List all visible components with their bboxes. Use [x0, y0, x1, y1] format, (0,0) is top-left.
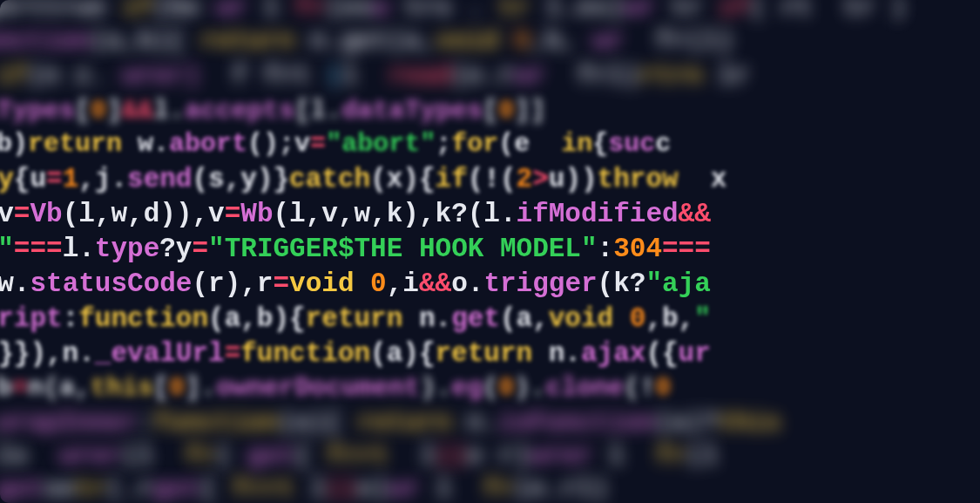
code-token: (l: [686, 441, 718, 471]
code-token: [355, 268, 371, 299]
code-token: :: [63, 303, 79, 334]
code-token: fr: [483, 474, 514, 503]
code-token: clone: [545, 373, 624, 403]
code-token: void: [549, 303, 613, 334]
code-token: {u: [14, 164, 46, 194]
code-token: 0: [370, 268, 387, 299]
code-lines-container: .ghrttrwe if(be wr l fr(esw trs . tr l.e…: [0, 0, 980, 503]
code-token: _evalUrl: [95, 338, 225, 369]
code-token: ).: [420, 373, 451, 403]
code-token: (e: [498, 129, 561, 159]
code-token: ===: [14, 234, 63, 264]
code-token: e): [357, 474, 389, 503]
code-token: [: [153, 373, 169, 403]
code-line-2: r if(n z. wrer) f frt |l read(e.rwr frl)…: [0, 63, 980, 89]
code-token: wr: [592, 26, 624, 56]
code-token: l.es): [530, 0, 624, 23]
code-line-3: taTypes[0]&&l.accepts[l.dataTypes[0]]: [0, 98, 980, 124]
code-token: rtrn: [639, 61, 702, 91]
code-token: (e.r: [451, 61, 514, 91]
code-photo: .ghrttrwe if(be wr l fr(esw trs . tr l.e…: [0, 0, 980, 503]
code-token: if: [436, 164, 468, 194]
code-token: wr: [624, 0, 655, 23]
code-line-6: &(v=Vb(l,w,d)),v=Wb(l,v,w,k),k?(l.ifModi…: [0, 201, 980, 228]
code-token: :: [138, 408, 153, 438]
code-token: AD": [0, 234, 14, 264]
code-token: (l,v,w,k),k?(l.: [274, 199, 517, 229]
code-token: {: [200, 474, 232, 503]
code-token: ,j.: [78, 164, 127, 194]
code-line-12: },wrapInner:function(a){ return n.isFunc…: [0, 410, 980, 436]
code-token: this: [718, 408, 781, 438]
code-token: wrer: [530, 441, 592, 471]
code-token: trigger: [483, 268, 597, 299]
code-token: (a){: [279, 408, 357, 438]
code-token: l: [389, 441, 436, 471]
code-token: l.: [63, 234, 95, 264]
code-token: ownerDocument: [216, 373, 420, 403]
code-token: (be: [153, 0, 216, 23]
code-line-0: .ghrttrwe if(be wr l fr(esw trs . tr l.e…: [0, 0, 980, 21]
code-token: wrer): [122, 61, 200, 91]
code-token: ,b,: [645, 303, 694, 334]
code-token: (s,y)}: [192, 164, 289, 194]
code-token: 0: [91, 96, 106, 126]
code-token: ).: [514, 373, 545, 403]
code-token: catch: [289, 164, 370, 194]
code-token: void: [289, 268, 354, 299]
code-token: (l,w,d)),v: [63, 199, 225, 229]
code-token: {: [294, 441, 326, 471]
code-token: return: [357, 408, 451, 438]
code-token: (r),r: [192, 268, 273, 299]
code-token: in: [561, 129, 592, 159]
code-token: function: [78, 303, 208, 334]
code-token: w.: [122, 129, 169, 159]
code-token: type: [95, 234, 159, 264]
code-token: dataTypes: [341, 96, 483, 126]
code-token: wrer: [59, 441, 122, 471]
code-token: l: [341, 61, 389, 91]
code-token: return: [200, 26, 294, 56]
code-token: =: [225, 199, 241, 229]
code-token: abort: [169, 129, 247, 159]
code-token: ]: [106, 96, 122, 126]
code-token: 0: [498, 373, 514, 403]
code-token: function: [153, 408, 279, 438]
code-token: ajax: [581, 338, 645, 369]
code-token: ]]: [514, 96, 545, 126]
code-token: lr: [702, 61, 749, 91]
code-line-4: ==b)return w.abort();v="abort";for(e in{…: [0, 131, 980, 157]
code-token: ?y: [159, 234, 192, 264]
code-token: (: [216, 441, 247, 471]
code-token: isFunction: [498, 408, 655, 438]
code-token: =: [225, 338, 241, 369]
code-token: Script: [0, 303, 63, 334]
code-token: (v: [0, 199, 14, 229]
code-token: (x){: [370, 164, 435, 194]
code-token: ||: [326, 474, 357, 503]
code-token: =: [14, 199, 30, 229]
code-token: ur: [679, 338, 711, 369]
code-token: if: [0, 61, 28, 91]
code-token: |: [326, 61, 341, 91]
code-token: l: [247, 0, 294, 23]
code-token: :: [598, 234, 614, 264]
code-token: (a,: [500, 303, 549, 334]
code-token: tr: [498, 0, 530, 23]
code-token: e r): [467, 441, 530, 471]
code-token: (: [483, 373, 498, 403]
code-token: tr: [655, 0, 718, 23]
code-token: &&: [679, 199, 711, 229]
code-token: 0: [655, 373, 671, 403]
code-token: ,i: [387, 268, 419, 299]
code-token: frrt: [326, 441, 389, 471]
code-token: l.: [153, 96, 185, 126]
code-token: (a,b){: [91, 26, 200, 56]
code-token: )}}}),n.: [0, 338, 95, 369]
code-token: (es: [326, 0, 373, 23]
code-token: return: [306, 303, 403, 334]
code-token: 0: [514, 26, 530, 56]
code-line-13: n.ls wrer(l fr( gst{ frrt l||e r)wrer l …: [0, 443, 980, 469]
code-token: Vb: [30, 199, 62, 229]
code-token: ].: [185, 373, 216, 403]
